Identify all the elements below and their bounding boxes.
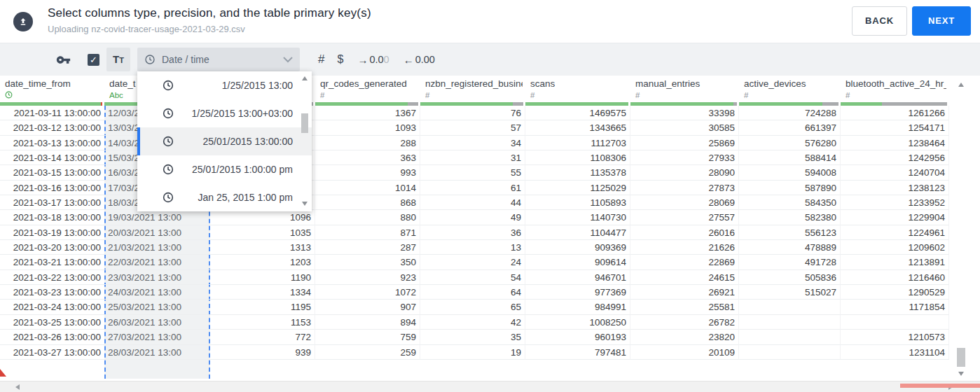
table-cell[interactable]: 594008	[739, 165, 841, 180]
table-cell[interactable]: 22869	[630, 255, 739, 270]
table-cell[interactable]: 588414	[739, 150, 841, 165]
table-cell[interactable]	[841, 315, 949, 330]
table-cell[interactable]: 26016	[630, 225, 739, 240]
table-cell[interactable]: 939	[210, 345, 315, 360]
table-cell[interactable]: 797481	[525, 345, 630, 360]
table-cell[interactable]: 576280	[739, 136, 841, 150]
table-cell[interactable]: 909369	[525, 240, 630, 255]
currency-type-icon[interactable]: $	[337, 53, 343, 66]
table-cell[interactable]: 28090	[630, 165, 739, 180]
table-cell[interactable]: 587890	[739, 181, 841, 195]
menu-item-selected[interactable]: 25/01/2015 13:00:00	[137, 127, 312, 155]
table-cell[interactable]: 1242956	[841, 150, 949, 165]
table-cell[interactable]: 759	[315, 330, 420, 344]
table-cell[interactable]: 1195	[210, 300, 315, 314]
back-button[interactable]: BACK	[852, 6, 907, 36]
table-cell[interactable]: 1140730	[525, 210, 630, 225]
table-cell[interactable]: 288	[315, 136, 420, 150]
table-cell[interactable]: 2021-03-22 13:00:00	[0, 270, 104, 285]
table-cell[interactable]: 2021-03-18 13:00:00	[0, 210, 104, 225]
table-cell[interactable]: 42	[420, 315, 525, 330]
table-cell[interactable]: 1334	[210, 285, 315, 300]
table-cell[interactable]: 287	[315, 240, 420, 255]
table-cell[interactable]: 946701	[525, 270, 630, 285]
table-cell[interactable]	[739, 315, 841, 330]
table-cell[interactable]: 2021-03-20 13:00:00	[0, 240, 104, 255]
vertical-scrollbar[interactable]	[955, 77, 967, 381]
table-cell[interactable]: 19/03/2021 13:00	[104, 210, 210, 225]
table-cell[interactable]: 894	[315, 315, 420, 330]
table-cell[interactable]: 1135378	[525, 165, 630, 180]
table-cell[interactable]: 20109	[630, 345, 739, 360]
table-cell[interactable]: 26782	[630, 315, 739, 330]
table-cell[interactable]: 22/03/2021 13:00	[104, 255, 210, 270]
table-cell[interactable]: 1112703	[525, 136, 630, 150]
table-cell[interactable]: 259	[315, 345, 420, 360]
table-cell[interactable]: 2021-03-24 13:00:00	[0, 300, 104, 314]
table-cell[interactable]: 13	[420, 240, 525, 255]
table-cell[interactable]: 1290529	[841, 285, 949, 300]
table-cell[interactable]: 960193	[525, 330, 630, 344]
table-cell[interactable]: 977369	[525, 285, 630, 300]
table-cell[interactable]: 1035	[210, 225, 315, 240]
table-cell[interactable]	[739, 300, 841, 314]
table-cell[interactable]: 505836	[739, 270, 841, 285]
table-cell[interactable]: 1171854	[841, 300, 949, 314]
table-cell[interactable]	[739, 345, 841, 360]
table-cell[interactable]: 27/03/2021 13:00	[104, 330, 210, 344]
table-cell[interactable]: 556123	[739, 225, 841, 240]
table-cell[interactable]: 993	[315, 165, 420, 180]
scroll-up-icon[interactable]	[958, 83, 964, 87]
table-cell[interactable]: 24/03/2021 13:00	[104, 285, 210, 300]
table-cell[interactable]: 21626	[630, 240, 739, 255]
table-cell[interactable]: 1216460	[841, 270, 949, 285]
table-cell[interactable]: 57	[420, 120, 525, 135]
text-format-button[interactable]: TT	[106, 48, 130, 71]
table-cell[interactable]: 23/03/2021 13:00	[104, 270, 210, 285]
table-cell[interactable]: 23820	[630, 330, 739, 344]
table-cell[interactable]: 76	[420, 106, 525, 120]
table-cell[interactable]: 2021-03-17 13:00:00	[0, 195, 104, 210]
table-cell[interactable]: 1153	[210, 315, 315, 330]
table-cell[interactable]: 724288	[739, 106, 841, 120]
table-cell[interactable]: 1240704	[841, 165, 949, 180]
table-cell[interactable]: 880	[315, 210, 420, 225]
menu-scrollbar-thumb[interactable]	[301, 113, 308, 133]
table-cell[interactable]: 1367	[315, 106, 420, 120]
table-cell[interactable]: 2021-03-19 13:00:00	[0, 225, 104, 240]
table-cell[interactable]: 20/03/2021 13:00	[104, 225, 210, 240]
menu-item[interactable]: 25/01/2015 1:00:00 pm	[137, 155, 312, 183]
table-cell[interactable]: 1014	[315, 181, 420, 195]
table-cell[interactable]: 2021-03-27 13:00:00	[0, 345, 104, 360]
decimal-increase-button[interactable]: ←0.00	[403, 54, 435, 66]
column-header-active_devices[interactable]: active_devices#	[739, 76, 841, 106]
table-cell[interactable]: 1210573	[841, 330, 949, 344]
table-cell[interactable]: 909614	[525, 255, 630, 270]
table-cell[interactable]: 1105893	[525, 195, 630, 210]
table-cell[interactable]: 26921	[630, 285, 739, 300]
scroll-down-icon[interactable]	[958, 372, 964, 376]
table-cell[interactable]: 27557	[630, 210, 739, 225]
column-header-nzbn_registered_busine[interactable]: nzbn_registered_busine#	[420, 76, 525, 106]
table-cell[interactable]: 54	[420, 270, 525, 285]
table-cell[interactable]: 25869	[630, 136, 739, 150]
table-cell[interactable]: 1224961	[841, 225, 949, 240]
table-cell[interactable]: 1231104	[841, 345, 949, 360]
table-cell[interactable]: 61	[420, 181, 525, 195]
table-cell[interactable]: 1254171	[841, 120, 949, 135]
table-cell[interactable]: 25581	[630, 300, 739, 314]
table-cell[interactable]: 2021-03-12 13:00:00	[0, 120, 104, 135]
column-header-qr_codes_generated[interactable]: qr_codes_generated#	[315, 76, 420, 106]
table-cell[interactable]: 25/03/2021 13:00	[104, 300, 210, 314]
next-button[interactable]: NEXT	[912, 6, 971, 36]
table-cell[interactable]: 1096	[210, 210, 315, 225]
column-header-manual_entries[interactable]: manual_entries#	[630, 76, 739, 106]
table-cell[interactable]: 868	[315, 195, 420, 210]
table-cell[interactable]: 1104477	[525, 225, 630, 240]
table-cell[interactable]: 28069	[630, 195, 739, 210]
menu-item[interactable]: Jan 25, 2015 1:00 pm	[137, 183, 312, 211]
table-cell[interactable]: 2021-03-15 13:00:00	[0, 165, 104, 180]
table-cell[interactable]: 24	[420, 255, 525, 270]
scroll-up-icon[interactable]	[302, 76, 308, 80]
horizontal-scrollbar[interactable]	[0, 381, 980, 392]
